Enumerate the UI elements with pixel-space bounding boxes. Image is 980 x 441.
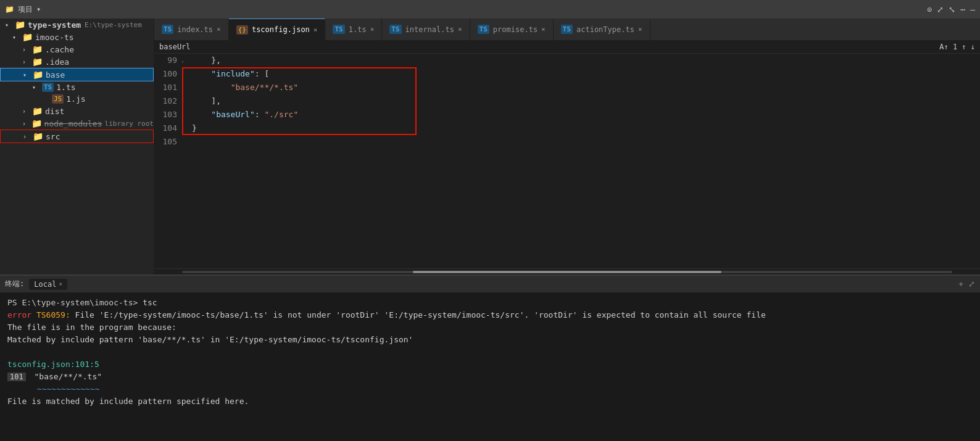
minimize-icon[interactable]: — <box>970 5 975 14</box>
minimap <box>943 54 980 268</box>
term-line-final: File is matched by include pattern speci… <box>7 395 973 408</box>
arrow-icon: › <box>22 108 31 115</box>
term-prompt-text: PS E:\type-system\imooc-ts> <box>7 298 143 307</box>
sidebar-item-label-src: src <box>46 132 60 141</box>
term-line-link[interactable]: tsconfig.json:101:5 <box>7 358 973 371</box>
scrollbar-thumb[interactable] <box>413 271 721 273</box>
sidebar-item-1js[interactable]: JS 1.js <box>0 93 154 105</box>
expand-icon[interactable]: ⤢ <box>937 5 944 14</box>
ts-icon: TS <box>162 25 173 34</box>
code-token: }, <box>187 54 221 67</box>
arrow-icon: › <box>22 46 31 53</box>
sidebar-item-label-dist: dist <box>45 107 64 116</box>
main-container: ▾ 📁 type-system E:\type-system ▾ 📁 imooc… <box>0 19 980 274</box>
title-bar-icons: ⊙ ⤢ ⤡ ⋯ — <box>928 5 975 14</box>
tab-actiontype-ts[interactable]: TS actionType.ts × <box>554 19 650 40</box>
sidebar-item-base[interactable]: ▾ 📁 base <box>0 68 154 81</box>
tab-close-icon[interactable]: × <box>638 25 642 33</box>
folder-dot-icon: 📁 <box>32 44 43 54</box>
arrow-icon: ▾ <box>5 22 14 28</box>
code-token <box>187 67 211 81</box>
term-link-text[interactable]: tsconfig.json:101:5 <box>7 360 99 369</box>
editor-code-area: 99 100 101 102 103 104 105 ⌄ ⌄ ⌄ ⌄ <box>154 54 980 268</box>
sidebar-item-idea[interactable]: › 📁 .idea <box>0 56 154 68</box>
project-label[interactable]: 项目 <box>18 4 33 15</box>
tab-index-ts[interactable]: TS index.ts × <box>154 19 229 40</box>
ts-icon: TS <box>333 25 344 34</box>
code-token: "include" <box>211 67 254 81</box>
editor-area: TS index.ts × {} tsconfig.json × TS 1.ts… <box>154 19 980 274</box>
code-token: } <box>187 122 197 135</box>
editor-scrollbar[interactable] <box>154 268 980 274</box>
tab-internal-ts[interactable]: TS internal.ts × <box>382 19 470 40</box>
tab-tsconfig-json[interactable]: {} tsconfig.json × <box>229 19 326 40</box>
code-content[interactable]: ⌄ ⌄ ⌄ ⌄ }, "include": [ <box>182 54 943 268</box>
arrow-icon: › <box>22 59 31 65</box>
tab-close-icon[interactable]: × <box>370 25 375 33</box>
tab-close-icon[interactable]: × <box>314 26 318 34</box>
tab-close-icon[interactable]: × <box>217 25 221 33</box>
term-squiggle-text: ~~~~~~~~~~~~~ <box>37 384 100 394</box>
ts-icon: TS <box>389 25 401 34</box>
shrink-icon[interactable]: ⤡ <box>949 5 955 14</box>
expand-terminal-icon[interactable]: ⤢ <box>968 279 975 289</box>
scrollbar-track[interactable] <box>182 271 952 273</box>
sidebar-item-library-note: library root <box>105 120 154 128</box>
chevron-down-icon: ▾ <box>36 5 41 14</box>
terminal-tab-icons: + ⤢ <box>958 279 975 289</box>
code-line-103: "baseUrl": "./src" <box>187 108 943 122</box>
folder-dot-icon: 📁 <box>32 57 43 67</box>
sidebar-item-dist[interactable]: › 📁 dist <box>0 105 154 117</box>
sidebar-item-label-1js: 1.js <box>66 94 85 104</box>
folder-icon: 📁 <box>32 106 43 116</box>
folder-icon: 📁 <box>5 5 14 14</box>
folder-icon: 📁 <box>15 20 25 30</box>
code-line-102: ], <box>187 94 943 108</box>
arrow-icon: › <box>23 133 31 140</box>
breadcrumb: baseUrl <box>159 43 191 51</box>
terminal-tab-local[interactable]: Local × <box>29 279 67 290</box>
term-error-message: File 'E:/type-system/imooc-ts/base/1.ts'… <box>75 310 766 319</box>
code-token <box>187 81 231 94</box>
tab-label: internal.ts <box>405 25 454 34</box>
sidebar-item-imooc-ts[interactable]: ▾ 📁 imooc-ts <box>0 31 154 43</box>
sidebar-item-path: E:\type-system <box>85 21 142 29</box>
sidebar-item-node-modules[interactable]: › 📁 node_modules library root <box>0 117 154 130</box>
tab-promise-ts[interactable]: TS promise.ts × <box>470 19 554 40</box>
breadcrumb-bar: baseUrl A↑ 1 ↑ ↓ <box>154 40 980 54</box>
arrow-icon: ▾ <box>23 72 31 78</box>
code-token <box>187 135 197 149</box>
term-line-1: The file is in the program because: <box>7 321 973 334</box>
tab-label: promise.ts <box>493 25 538 34</box>
tab-close-icon[interactable]: × <box>541 25 546 33</box>
term-line-error: error TS6059: File 'E:/type-system/imooc… <box>7 309 973 321</box>
title-bar: 📁 项目 ▾ ⊙ ⤢ ⤡ ⋯ — <box>0 0 980 19</box>
terminal-content: PS E:\type-system\imooc-ts> tsc error TS… <box>0 293 980 441</box>
sidebar-item-1ts[interactable]: ▾ TS 1.ts <box>0 81 154 93</box>
code-token: "base/**/*.ts" <box>231 81 299 94</box>
tab-1ts[interactable]: TS 1.ts × <box>325 19 382 40</box>
sidebar-item-label-node-modules: node_modules <box>44 119 102 128</box>
code-token: "baseUrl" <box>211 108 254 122</box>
sidebar-item-cache[interactable]: › 📁 .cache <box>0 43 154 56</box>
sidebar-item-src[interactable]: › 📁 src <box>0 130 154 143</box>
term-code-text: "base/**/*.ts" <box>35 372 102 381</box>
code-line-99: }, <box>187 54 943 67</box>
tab-label: index.ts <box>177 25 213 34</box>
code-token: : [ <box>255 67 269 81</box>
more-icon[interactable]: ⋯ <box>960 5 965 14</box>
sidebar-item-label-root: type-system <box>28 20 81 30</box>
sidebar-item-root[interactable]: ▾ 📁 type-system E:\type-system <box>0 19 154 31</box>
terminal-tab-title: 终端: <box>5 279 24 289</box>
target-icon[interactable]: ⊙ <box>928 5 932 14</box>
folder-icon: 📁 <box>33 70 43 80</box>
terminal-label: 终端: <box>5 279 24 289</box>
terminal-local-label: Local <box>34 280 56 289</box>
terminal-close-icon[interactable]: × <box>59 281 62 287</box>
term-line-prompt: PS E:\type-system\imooc-ts> tsc <box>7 297 973 309</box>
sidebar: ▾ 📁 type-system E:\type-system ▾ 📁 imooc… <box>0 19 154 274</box>
tab-close-icon[interactable]: × <box>458 25 462 33</box>
term-line-2: Matched by include pattern 'base/**/*.ts… <box>7 334 973 346</box>
add-terminal-icon[interactable]: + <box>958 279 963 289</box>
terminal: 终端: Local × + ⤢ PS E:\type-system\imooc-… <box>0 274 980 441</box>
